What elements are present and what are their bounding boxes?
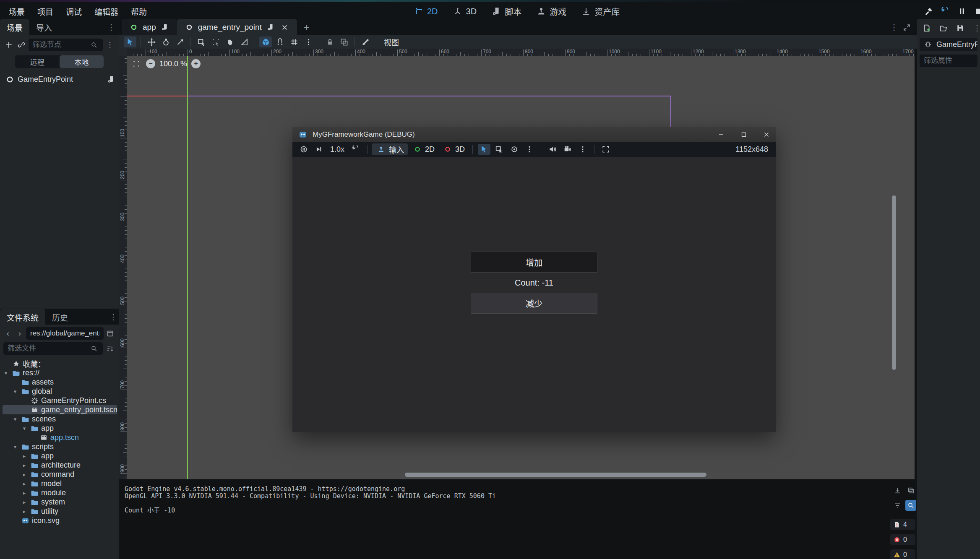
scene-tabs-menu-icon[interactable]: ⋮ bbox=[889, 22, 899, 33]
menu-item-4[interactable]: 帮助 bbox=[125, 6, 153, 17]
path-input[interactable] bbox=[29, 329, 100, 338]
nav-back-icon[interactable]: ‹ bbox=[3, 328, 13, 339]
mode-3D-button[interactable]: 3D bbox=[439, 144, 468, 155]
file-tree-row-scripts[interactable]: ▾scripts bbox=[3, 442, 117, 451]
filter-nodes-input[interactable] bbox=[32, 40, 89, 49]
game-window-titlebar[interactable]: MyGFrameworkGame (DEBUG) bbox=[292, 127, 776, 142]
smart-snap-icon[interactable] bbox=[259, 36, 272, 47]
errors-badge[interactable]: 0 bbox=[890, 534, 915, 545]
chevron-down-icon[interactable]: ▾ bbox=[3, 370, 9, 376]
chevron-right-icon[interactable]: ▸ bbox=[21, 453, 28, 459]
search-log-icon[interactable] bbox=[905, 500, 916, 511]
scene-dock-menu-icon[interactable]: ⋮ bbox=[106, 22, 117, 33]
horizontal-scrollbar-thumb[interactable] bbox=[405, 473, 706, 477]
menu-item-1[interactable]: 项目 bbox=[31, 6, 60, 17]
scene-tab-game_entry_point[interactable]: game_entry_point bbox=[177, 19, 297, 35]
rotate-icon[interactable] bbox=[159, 36, 172, 47]
stop-icon[interactable] bbox=[973, 6, 980, 17]
increase-button[interactable]: 增加 bbox=[471, 252, 597, 273]
list-select-icon[interactable] bbox=[195, 36, 208, 47]
script-icon[interactable] bbox=[159, 22, 170, 33]
file-tree-row-assets[interactable]: assets bbox=[3, 377, 117, 387]
view-menu-button[interactable]: 视图 bbox=[380, 36, 403, 47]
decrease-button[interactable]: 减少 bbox=[471, 293, 597, 314]
vertical-scrollbar-thumb[interactable] bbox=[892, 195, 896, 370]
scene-tab-app[interactable]: app bbox=[122, 19, 177, 35]
camera-icon[interactable] bbox=[561, 144, 574, 155]
menu-icon[interactable] bbox=[576, 144, 589, 155]
load-resource-icon[interactable] bbox=[938, 23, 949, 34]
suspend-icon[interactable] bbox=[297, 144, 310, 155]
sort-files-icon[interactable] bbox=[104, 343, 115, 354]
filter-files-input[interactable] bbox=[7, 344, 89, 353]
nav-forward-icon[interactable]: › bbox=[14, 328, 25, 339]
scene-tree-node-row[interactable]: GameEntryPoint bbox=[4, 74, 116, 85]
chevron-down-icon[interactable]: ▾ bbox=[12, 416, 18, 422]
pause-icon[interactable] bbox=[957, 6, 967, 17]
ruler-icon[interactable] bbox=[238, 36, 250, 47]
inspector-menu-icon[interactable]: ⋮ bbox=[972, 23, 980, 34]
filter-properties-input[interactable] bbox=[923, 56, 974, 65]
list-select-icon[interactable] bbox=[493, 144, 506, 155]
workspace-tab-脚本[interactable]: 脚本 bbox=[491, 5, 521, 18]
distraction-free-icon[interactable] bbox=[901, 22, 912, 33]
target-icon[interactable] bbox=[508, 144, 521, 155]
fullscreen-icon[interactable] bbox=[599, 144, 612, 155]
chevron-down-icon[interactable]: ▾ bbox=[12, 444, 18, 450]
file-tree-row-app[interactable]: ▾app bbox=[3, 424, 117, 433]
file-tree-row-utility[interactable]: ▸utility bbox=[3, 507, 117, 516]
build-tool-icon[interactable] bbox=[923, 6, 934, 17]
close-tab-icon[interactable] bbox=[279, 22, 290, 33]
instance-scene-icon[interactable] bbox=[16, 39, 27, 50]
select-icon[interactable] bbox=[478, 144, 490, 155]
center-view-icon[interactable] bbox=[131, 58, 142, 69]
new-resource-icon[interactable] bbox=[921, 23, 932, 34]
pan-icon[interactable] bbox=[224, 36, 236, 47]
playback-speed-dropdown[interactable]: 1.0x bbox=[327, 145, 348, 154]
magnet-snap-icon[interactable] bbox=[274, 36, 286, 47]
file-tree-row-global[interactable]: ▾global bbox=[3, 387, 117, 396]
chevron-down-icon[interactable]: ▾ bbox=[12, 388, 18, 395]
copy-log-icon[interactable] bbox=[905, 485, 916, 496]
file-tree-row-model[interactable]: ▸model bbox=[3, 479, 117, 488]
menu-item-0[interactable]: 场景 bbox=[3, 6, 31, 17]
split-view-icon[interactable] bbox=[104, 328, 115, 339]
mode-2D-button[interactable]: 2D bbox=[409, 144, 438, 155]
file-tree-row-res://[interactable]: ▾res:// bbox=[3, 368, 117, 377]
chevron-right-icon[interactable]: ▸ bbox=[21, 471, 28, 478]
grid-snap-icon[interactable] bbox=[288, 36, 300, 47]
add-scene-tab-button[interactable]: + bbox=[301, 22, 312, 33]
warnings-badge[interactable]: 0 bbox=[890, 549, 915, 559]
maximize-button[interactable] bbox=[735, 127, 753, 142]
script-icon[interactable] bbox=[265, 22, 276, 33]
save-resource-icon[interactable] bbox=[955, 23, 966, 34]
add-node-icon[interactable] bbox=[3, 39, 14, 50]
scale-icon[interactable] bbox=[174, 36, 186, 47]
scene-tree-menu-icon[interactable]: ⋮ bbox=[104, 39, 115, 50]
workspace-tab-2D[interactable]: 2D bbox=[413, 6, 438, 17]
local-tab[interactable]: 本地 bbox=[60, 55, 104, 68]
close-button[interactable] bbox=[757, 127, 776, 142]
filesystem-menu-icon[interactable]: ⋮ bbox=[108, 312, 119, 322]
messages-badge[interactable]: 4 bbox=[890, 519, 915, 530]
bone-icon[interactable] bbox=[359, 36, 372, 47]
filter-log-icon[interactable] bbox=[892, 500, 903, 511]
pixel-snap-icon[interactable] bbox=[209, 36, 222, 47]
workspace-tab-资产库[interactable]: 资产库 bbox=[581, 5, 620, 18]
chevron-right-icon[interactable]: ▸ bbox=[21, 508, 28, 515]
2d-viewport-canvas[interactable]: − 100.0 % + MyGFrameworkGame (DEBUG) 1.0… bbox=[127, 56, 915, 479]
input-capture-toggle[interactable]: 输入 bbox=[372, 143, 408, 155]
group-icon[interactable] bbox=[338, 36, 350, 47]
lock-icon[interactable] bbox=[323, 36, 336, 47]
file-tree-row-icon.svg[interactable]: icon.svg bbox=[3, 516, 117, 525]
dock-tab-导入[interactable]: 导入 bbox=[29, 19, 59, 35]
restart-icon[interactable] bbox=[349, 144, 362, 155]
file-tree-row-GameEntryPoint.cs[interactable]: GameEntryPoint.cs bbox=[3, 396, 117, 405]
chevron-right-icon[interactable]: ▸ bbox=[21, 499, 28, 505]
remote-tab[interactable]: 远程 bbox=[15, 55, 60, 68]
file-tree-row-system[interactable]: ▸system bbox=[3, 497, 117, 507]
dock-tab-历史[interactable]: 历史 bbox=[45, 309, 75, 325]
file-tree-row-app[interactable]: ▸app bbox=[3, 451, 117, 460]
workspace-tab-游戏[interactable]: 游戏 bbox=[536, 5, 566, 18]
speaker-icon[interactable] bbox=[546, 144, 559, 155]
